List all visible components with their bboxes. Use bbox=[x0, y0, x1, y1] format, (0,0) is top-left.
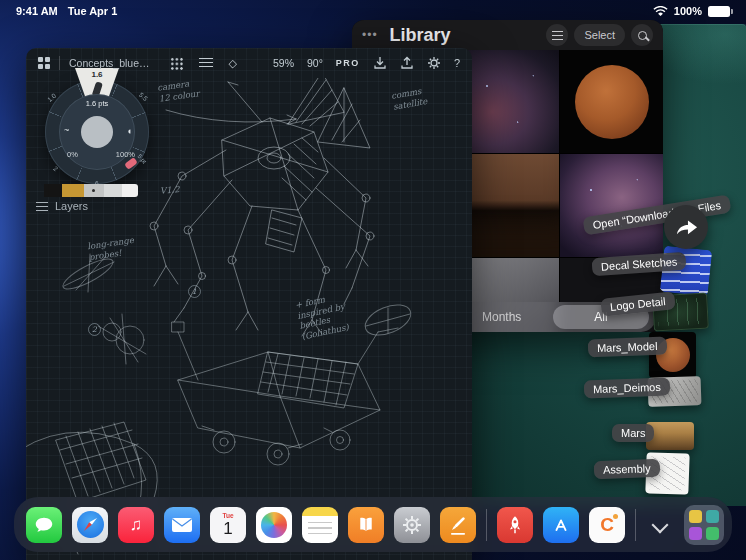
color-swatch-bar bbox=[44, 184, 138, 197]
import-icon[interactable] bbox=[373, 56, 387, 70]
stroke-width-label: 1.6 pts bbox=[45, 99, 149, 108]
wheel-center-button[interactable] bbox=[81, 116, 113, 148]
annotation-number-2: 2 bbox=[88, 323, 101, 336]
annotation-number-1: 1 bbox=[188, 285, 201, 298]
stack-menu-icon[interactable] bbox=[199, 58, 213, 69]
nib-icon[interactable]: ◇ bbox=[229, 57, 237, 70]
share-forward-button[interactable] bbox=[664, 205, 708, 249]
swatch-white[interactable] bbox=[122, 184, 138, 197]
dock: ♫ Tue 1 C bbox=[14, 497, 732, 552]
status-bar: 9:41 AM Tue Apr 1 100% bbox=[0, 0, 746, 22]
swatch-gold[interactable] bbox=[62, 184, 84, 197]
pro-badge[interactable]: PRO bbox=[336, 58, 360, 68]
concepts-app-icon[interactable] bbox=[440, 507, 476, 543]
photo-mars-globe[interactable] bbox=[560, 50, 663, 153]
books-app-icon[interactable] bbox=[348, 507, 384, 543]
export-icon[interactable] bbox=[400, 56, 414, 70]
page-title: Library bbox=[390, 25, 451, 46]
app-store-app-icon[interactable] bbox=[543, 507, 579, 543]
drag-item-label[interactable]: Mars_Deimos bbox=[584, 378, 670, 399]
drag-item-label[interactable]: Assembly bbox=[594, 459, 660, 479]
flower-icon bbox=[261, 512, 287, 538]
opacity-max: 100% bbox=[116, 150, 135, 159]
settings-gear-icon[interactable] bbox=[427, 56, 441, 70]
messages-app-icon[interactable] bbox=[26, 507, 62, 543]
note-lines-icon bbox=[308, 522, 332, 538]
drag-item-label[interactable]: Mars bbox=[612, 424, 654, 442]
layers-label: Layers bbox=[55, 200, 88, 212]
tool-size-lower-left: 2 bbox=[52, 165, 59, 173]
battery-icon bbox=[708, 6, 730, 17]
photo-orion-nebula[interactable] bbox=[560, 154, 663, 257]
smoothing-icon: ~ bbox=[64, 125, 69, 135]
calendar-day: 1 bbox=[223, 520, 232, 539]
dock-divider bbox=[486, 509, 487, 541]
filter-icon bbox=[552, 31, 563, 40]
music-app-icon[interactable]: ♫ bbox=[118, 507, 154, 543]
rotation-value[interactable]: 90° bbox=[307, 57, 323, 69]
layers-icon bbox=[36, 202, 48, 211]
gallery-icon[interactable] bbox=[38, 57, 50, 69]
settings-app-icon[interactable] bbox=[394, 507, 430, 543]
date: Tue Apr 1 bbox=[68, 5, 118, 17]
search-button[interactable] bbox=[631, 24, 653, 46]
chevron-down-icon[interactable] bbox=[648, 513, 672, 537]
creative-c-app-icon[interactable]: C bbox=[589, 507, 625, 543]
select-button[interactable]: Select bbox=[574, 24, 625, 46]
battery-percent: 100% bbox=[674, 5, 702, 17]
layers-button[interactable]: Layers bbox=[36, 200, 88, 212]
toolbar-divider bbox=[59, 56, 60, 70]
document-title[interactable]: Concepts_blue… bbox=[69, 57, 150, 69]
forward-arrow-icon bbox=[673, 216, 699, 238]
app-library-icon[interactable] bbox=[684, 505, 724, 545]
help-button[interactable]: ? bbox=[454, 57, 460, 69]
annotation-version: V1.2 bbox=[160, 184, 181, 196]
drag-item-label[interactable]: Mars_Model bbox=[588, 337, 667, 358]
swatch-light-gray[interactable] bbox=[104, 184, 122, 197]
opacity-min: 0% bbox=[67, 150, 78, 159]
wifi-icon bbox=[653, 6, 668, 17]
calendar-app-icon[interactable]: Tue 1 bbox=[210, 507, 246, 543]
rocket-app-icon[interactable] bbox=[497, 507, 533, 543]
library-header: ••• Library Select bbox=[352, 20, 663, 50]
concepts-app-window: Concepts_blue… ◇ 59% 90° PRO bbox=[26, 48, 472, 560]
clock: 9:41 AM bbox=[16, 5, 58, 17]
mail-app-icon[interactable] bbox=[164, 507, 200, 543]
swatch-black[interactable] bbox=[44, 184, 62, 197]
photos-app-icon[interactable] bbox=[256, 507, 292, 543]
ipad-screen: 9:41 AM Tue Apr 1 100% ••• Library Selec… bbox=[0, 0, 746, 560]
filter-button[interactable] bbox=[546, 24, 568, 46]
zoom-level[interactable]: 59% bbox=[273, 57, 294, 69]
concepts-toolbar: Concepts_blue… ◇ 59% 90° PRO bbox=[26, 48, 472, 78]
window-menu-icon[interactable]: ••• bbox=[362, 28, 378, 42]
grid-menu-icon[interactable] bbox=[170, 57, 183, 70]
c-glyph: C bbox=[600, 514, 614, 536]
opacity-icon: ◐ bbox=[128, 126, 133, 136]
tool-wheel[interactable]: 1.6 1.0 5.5 2 6 5 pt 1.6 pts ~ ◐ 0% 100% bbox=[45, 80, 149, 184]
segment-months[interactable]: Months bbox=[482, 302, 521, 332]
music-note-icon: ♫ bbox=[130, 515, 143, 535]
swatch-gray-selected[interactable] bbox=[84, 184, 104, 197]
dock-divider bbox=[635, 509, 636, 541]
notes-app-icon[interactable] bbox=[302, 507, 338, 543]
safari-app-icon[interactable] bbox=[72, 507, 108, 543]
search-icon bbox=[638, 31, 647, 40]
compass-icon bbox=[77, 511, 104, 538]
